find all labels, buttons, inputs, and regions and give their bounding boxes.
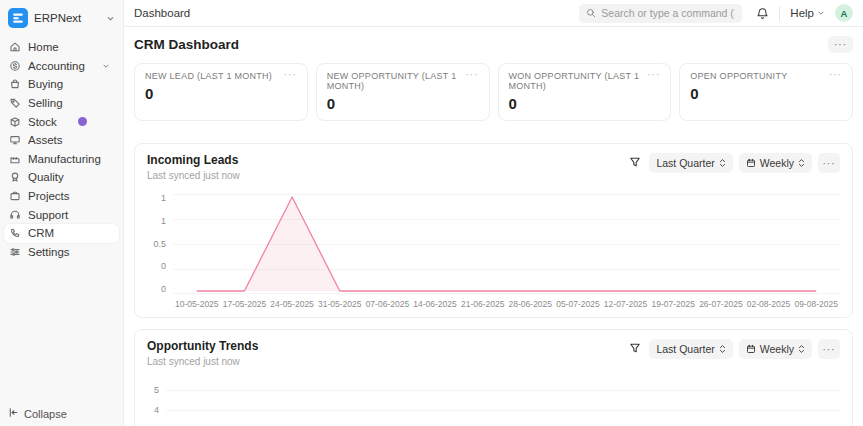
erpnext-logo-icon xyxy=(8,8,28,28)
updown-icon xyxy=(719,158,726,168)
y-axis-row: 5 xyxy=(147,381,840,401)
sidebar-item-projects[interactable]: Projects xyxy=(4,187,119,206)
sidebar-item-accounting[interactable]: Accounting xyxy=(4,57,119,76)
page-menu-button[interactable]: ··· xyxy=(828,36,853,53)
page-content: CRM Dashboard ··· NEW LEAD (LAST 1 MONTH… xyxy=(124,27,863,426)
search-input[interactable] xyxy=(601,7,735,19)
x-axis-label: 31-05-2025 xyxy=(316,299,364,309)
charts-section: Incoming LeadsLast synced just nowLast Q… xyxy=(134,143,853,426)
x-axis-label: 26-07-2025 xyxy=(697,299,745,309)
stat-card-open-opportunity[interactable]: OPEN OPPORTUNITY···0 xyxy=(679,63,853,121)
sidebar-item-manufacturing[interactable]: Manufacturing xyxy=(4,150,119,169)
sidebar-item-label: Accounting xyxy=(28,60,85,72)
chart-title: Opportunity Trends xyxy=(147,339,258,353)
gridline xyxy=(166,390,840,391)
global-search[interactable] xyxy=(579,4,742,23)
bell-icon[interactable] xyxy=(756,7,769,20)
y-axis-row: 3 xyxy=(147,420,840,426)
chart-filter-button[interactable] xyxy=(627,340,643,359)
sidebar-item-label: Selling xyxy=(28,97,63,109)
collapse-icon xyxy=(8,407,19,420)
chart-sync-status: Last synced just now xyxy=(147,170,240,181)
funnel-icon xyxy=(629,342,641,357)
stat-card-new-lead-last-1-month[interactable]: NEW LEAD (LAST 1 MONTH)···0 xyxy=(134,63,308,121)
x-axis-label: 10-05-2025 xyxy=(173,299,221,309)
chart-controls: Last QuarterWeekly··· xyxy=(627,153,840,173)
crm-icon xyxy=(9,227,21,239)
chart-header: Incoming LeadsLast synced just nowLast Q… xyxy=(147,153,840,181)
chart-menu-button[interactable]: ··· xyxy=(818,153,840,173)
help-menu[interactable]: Help xyxy=(790,7,825,19)
stat-cards-row: NEW LEAD (LAST 1 MONTH)···0NEW OPPORTUNI… xyxy=(134,63,853,121)
workspace-switcher[interactable]: ERPNext xyxy=(0,6,123,38)
stat-card-new-opportunity-last-1-month[interactable]: NEW OPPORTUNITY (LAST 1 MONTH)···0 xyxy=(316,63,490,121)
stat-label-row: WON OPPORTUNITY (LAST 1 MONTH)··· xyxy=(509,71,661,91)
sidebar-item-label: Manufacturing xyxy=(28,153,101,165)
card-menu-button[interactable]: ··· xyxy=(466,71,479,79)
breadcrumb[interactable]: Dashboard xyxy=(134,7,190,19)
updown-icon xyxy=(798,158,805,168)
selling-icon xyxy=(9,97,21,109)
sidebar-item-assets[interactable]: Assets xyxy=(4,131,119,150)
stat-card-value: 0 xyxy=(509,95,661,112)
stat-card-won-opportunity-last-1-month[interactable]: WON OPPORTUNITY (LAST 1 MONTH)···0 xyxy=(498,63,672,121)
sidebar-item-quality[interactable]: Quality xyxy=(4,168,119,187)
x-axis-label: 17-05-2025 xyxy=(221,299,269,309)
chart-header: Opportunity TrendsLast synced just nowLa… xyxy=(147,339,840,367)
updown-icon xyxy=(798,344,805,354)
sidebar-item-support[interactable]: Support xyxy=(4,205,119,224)
chart-card-opportunity-trends: Opportunity TrendsLast synced just nowLa… xyxy=(134,329,853,426)
interval-select[interactable]: Weekly xyxy=(739,153,812,173)
chart-menu-button[interactable]: ··· xyxy=(818,339,840,359)
chart-body: 543 xyxy=(147,381,840,426)
topbar-right: Help A xyxy=(579,4,853,23)
stat-label-row: OPEN OPPORTUNITY··· xyxy=(690,71,842,81)
y-axis-tick: 0 xyxy=(161,285,166,294)
sidebar-item-label: Home xyxy=(28,41,59,53)
collapse-sidebar-button[interactable]: Collapse xyxy=(8,407,67,420)
chevron-down-icon xyxy=(102,60,114,72)
chart-card-incoming-leads: Incoming LeadsLast synced just nowLast Q… xyxy=(134,143,853,318)
collapse-label: Collapse xyxy=(24,408,67,420)
x-axis-label: 09-08-2025 xyxy=(792,299,840,309)
sidebar-item-stock[interactable]: Stock xyxy=(4,112,119,131)
time-range-select[interactable]: Last Quarter xyxy=(649,339,732,359)
chart-filter-button[interactable] xyxy=(627,154,643,173)
x-axis-label: 28-06-2025 xyxy=(506,299,554,309)
manufacturing-icon xyxy=(9,153,21,165)
sidebar-item-label: Buying xyxy=(28,78,63,90)
sidebar-item-label: Stock xyxy=(28,116,57,128)
sidebar-item-crm[interactable]: CRM xyxy=(4,224,119,243)
sidebar-item-selling[interactable]: Selling xyxy=(4,94,119,113)
notification-dot xyxy=(78,117,87,126)
page-header: CRM Dashboard ··· xyxy=(134,27,853,63)
interval-select[interactable]: Weekly xyxy=(739,339,812,359)
chevron-down-icon xyxy=(817,7,825,19)
avatar[interactable]: A xyxy=(835,4,853,22)
search-icon xyxy=(586,8,596,18)
sidebar-item-home[interactable]: Home xyxy=(4,38,119,57)
x-axis-label: 05-07-2025 xyxy=(554,299,602,309)
help-label: Help xyxy=(790,7,814,19)
sidebar-item-buying[interactable]: Buying xyxy=(4,75,119,94)
y-axis-tick: 1 xyxy=(161,194,166,203)
stat-card-label: WON OPPORTUNITY (LAST 1 MONTH) xyxy=(509,71,648,91)
stat-card-label: NEW LEAD (LAST 1 MONTH) xyxy=(145,71,272,81)
settings-icon xyxy=(9,246,21,258)
card-menu-button[interactable]: ··· xyxy=(284,71,297,79)
line-chart-plot[interactable] xyxy=(173,194,840,294)
card-menu-button[interactable]: ··· xyxy=(647,71,660,79)
sidebar: ERPNext HomeAccountingBuyingSellingStock… xyxy=(0,0,124,426)
sidebar-item-label: Quality xyxy=(28,171,64,183)
time-range-select[interactable]: Last Quarter xyxy=(649,153,732,173)
sidebar-item-label: CRM xyxy=(28,227,54,239)
sidebar-item-label: Support xyxy=(28,209,68,221)
app-window: ERPNext HomeAccountingBuyingSellingStock… xyxy=(0,0,863,426)
x-axis-label: 24-05-2025 xyxy=(268,299,316,309)
sidebar-item-settings[interactable]: Settings xyxy=(4,243,119,262)
funnel-icon xyxy=(629,156,641,171)
card-menu-button[interactable]: ··· xyxy=(829,71,842,79)
main-area: Dashboard Help A xyxy=(124,0,863,426)
stock-icon xyxy=(9,116,21,128)
x-axis-label: 07-06-2025 xyxy=(364,299,412,309)
